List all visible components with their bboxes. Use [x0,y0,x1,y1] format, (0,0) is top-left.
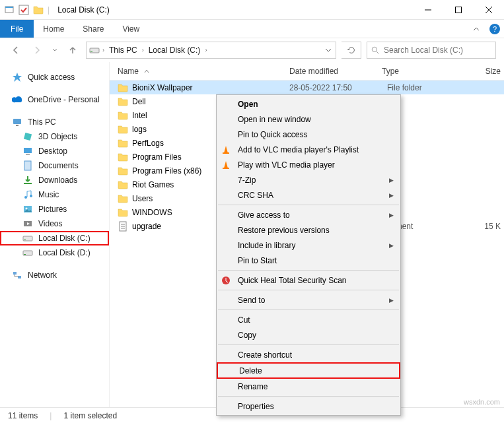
submenu-arrow-icon: ▶ [389,297,394,304]
sort-arrow-icon [144,69,149,74]
ctx-properties[interactable]: Properties [217,399,400,414]
ctx-vlc-playlist[interactable]: Add to VLC media player's Playlist [217,142,400,157]
ctx-create-shortcut[interactable]: Create shortcut [217,347,400,362]
file-row[interactable]: BioniX Wallpaper28-05-2022 17:50File fol… [110,81,504,94]
file-name: Intel [132,111,147,120]
sidebar-3d-objects[interactable]: 3D Objects [0,129,109,144]
desktop-icon [22,146,33,156]
file-name: Users [132,194,153,203]
sidebar-desktop[interactable]: Desktop [0,144,109,158]
tab-home[interactable]: Home [34,20,73,38]
ctx-delete[interactable]: Delete [217,362,400,379]
search-input[interactable] [384,46,491,55]
sidebar-local-disk-c[interactable]: Local Disk (C:) [0,231,109,245]
ctx-include-library[interactable]: Include in library▶ [217,238,400,253]
addr-dropdown-icon[interactable] [325,47,332,53]
drive-icon [89,45,100,55]
ctx-pin-quick-access[interactable]: Pin to Quick access [217,127,400,142]
ctx-rename[interactable]: Rename [217,379,400,394]
breadcrumb-localdisk[interactable]: Local Disk (C:) [147,46,203,55]
ctx-label: Pin to Start [238,256,277,265]
ctx-separator [218,344,399,345]
sidebar-pictures[interactable]: Pictures [0,202,109,216]
sidebar-item-label: Network [28,271,57,280]
ctx-label: 7-Zip [238,176,256,185]
ctx-copy[interactable]: Copy [217,327,400,342]
ctx-label: CRC SHA [238,191,273,200]
search-box[interactable] [367,42,496,59]
ctx-quickheal-scan[interactable]: Quick Heal Total Security Scan [217,273,400,288]
qat-checkbox-icon[interactable] [18,5,29,15]
ctx-label: Add to VLC media player's Playlist [238,145,359,154]
sidebar-local-disk-d[interactable]: Local Disk (D:) [0,245,109,260]
submenu-arrow-icon: ▶ [389,212,394,218]
search-icon [371,46,380,55]
sidebar-downloads[interactable]: Downloads [0,173,109,187]
chevron-right-icon[interactable]: › [142,47,144,53]
sidebar-item-label: Documents [38,161,79,170]
ctx-label: Copy [238,331,256,340]
ctx-separator [218,290,399,290]
refresh-button[interactable] [342,42,361,59]
sidebar-music[interactable]: Music [0,187,109,202]
column-header-size[interactable]: Size [461,67,501,76]
back-button[interactable] [8,42,24,58]
ctx-cut[interactable]: Cut [217,312,400,327]
maximize-button[interactable] [443,0,474,20]
minimize-button[interactable] [413,0,443,20]
column-header-date[interactable]: Date modified [289,67,382,76]
submenu-arrow-icon: ▶ [389,242,394,249]
address-bar[interactable]: › This PC › Local Disk (C:) › [86,42,336,59]
sidebar-network[interactable]: Network [0,268,109,282]
sidebar-videos[interactable]: Videos [0,216,109,231]
ctx-vlc-play[interactable]: Play with VLC media player [217,157,400,172]
ctx-open[interactable]: Open [217,96,400,112]
ctx-open-new-window[interactable]: Open in new window [217,112,400,127]
sidebar-item-label: 3D Objects [38,132,77,141]
submenu-arrow-icon: ▶ [389,177,394,183]
folder-icon [118,124,128,135]
tab-share[interactable]: Share [73,20,113,38]
tab-view[interactable]: View [113,20,149,38]
column-label: Name [118,67,139,76]
ctx-crc-sha[interactable]: CRC SHA▶ [217,187,400,203]
recent-dropdown-button[interactable] [50,42,59,58]
sidebar-onedrive[interactable]: OneDrive - Personal [0,92,109,107]
ctx-separator [218,205,399,205]
ctx-label: Create shortcut [238,350,292,360]
column-header-type[interactable]: Type [382,67,461,76]
ctx-7zip[interactable]: 7-Zip▶ [217,172,400,187]
close-button[interactable] [474,0,504,20]
sidebar-item-label: This PC [28,117,56,127]
up-button[interactable] [65,42,81,58]
ctx-restore-versions[interactable]: Restore previous versions [217,222,400,238]
sidebar-quick-access[interactable]: Quick access [0,70,109,84]
ctx-give-access[interactable]: Give access to▶ [217,207,400,222]
ctx-send-to[interactable]: Send to▶ [217,292,400,308]
ribbon-collapse-button[interactable] [467,20,486,38]
sidebar-documents[interactable]: Documents [0,158,109,173]
ctx-label: Properties [238,402,274,411]
file-tab[interactable]: File [0,20,34,38]
status-divider: | [50,411,52,420]
file-name: WINDOWS [132,208,172,217]
sidebar-item-label: Desktop [38,146,67,156]
sidebar-item-label: Local Disk (C:) [38,234,90,243]
status-selection: 1 item selected [63,411,117,420]
qat-folder-icon[interactable] [33,5,44,15]
ctx-pin-start[interactable]: Pin to Start [217,253,400,268]
file-name: logs [132,125,147,134]
help-button[interactable]: ? [486,20,504,38]
sidebar-item-label: Local Disk (D:) [38,248,90,257]
chevron-right-icon[interactable]: › [102,47,104,53]
forward-button[interactable] [29,42,45,58]
breadcrumb-thispc[interactable]: This PC [107,46,139,55]
folder-icon [118,110,128,121]
file-type: File folder [382,83,461,92]
music-icon [22,189,33,200]
chevron-right-icon[interactable]: › [205,47,207,53]
window-icon [4,5,15,15]
column-header-name[interactable]: Name [118,67,289,76]
sidebar-item-label: Pictures [38,205,67,214]
sidebar-thispc[interactable]: This PC [0,115,109,129]
